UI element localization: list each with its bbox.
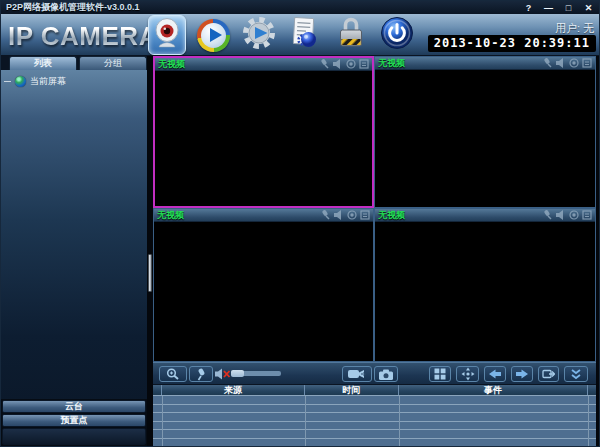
mic-icon[interactable]	[544, 58, 553, 68]
ptz-button[interactable]: 云台	[2, 400, 146, 413]
video-status-label: 无视频	[158, 58, 185, 71]
play-icon	[197, 19, 230, 52]
device-tree: 当前屏幕	[1, 70, 147, 399]
arrow-right-icon	[515, 369, 529, 379]
video-canvas[interactable]	[375, 222, 595, 361]
file-icon[interactable]	[582, 58, 592, 68]
datetime-display: 2013-10-23 20:39:11	[428, 35, 596, 52]
table-row[interactable]	[153, 439, 596, 447]
tree-expander-icon[interactable]	[4, 81, 11, 82]
column-divider	[305, 396, 306, 446]
mic-icon[interactable]	[322, 210, 331, 220]
event-table-body[interactable]	[153, 396, 596, 446]
main-toolbar	[148, 14, 416, 56]
prev-page-button[interactable]	[484, 366, 506, 382]
digital-zoom-button[interactable]	[159, 366, 187, 382]
app-window: P2P网络摄像机管理软件-v3.0.0.1 ? — □ ✕ IP CAMERA	[0, 0, 600, 447]
event-table: 来源 时间 事件	[153, 384, 596, 446]
playback-button[interactable]	[194, 15, 232, 55]
column-header-time[interactable]: 时间	[305, 385, 399, 395]
event-table-header: 来源 时间 事件	[153, 385, 596, 396]
gear-icon	[242, 16, 276, 54]
user-label: 用户: 无	[555, 21, 594, 36]
speaker-muted-icon	[215, 368, 231, 380]
record-icon[interactable]	[347, 210, 357, 220]
fullscreen-switch-button[interactable]	[538, 366, 559, 382]
tree-item-current-screen[interactable]: 当前屏幕	[4, 75, 144, 88]
panel-icons	[322, 210, 370, 220]
video-canvas[interactable]	[154, 222, 373, 361]
main-area: 无视频 无视频	[153, 56, 599, 446]
splitter-handle-icon[interactable]	[148, 254, 152, 292]
panel-icons	[321, 59, 369, 69]
video-panel[interactable]: 无视频	[374, 56, 596, 208]
video-panel-header: 无视频	[375, 57, 595, 70]
pan-icon	[461, 367, 475, 381]
video-panel[interactable]: 无视频	[153, 208, 374, 362]
table-row[interactable]	[153, 422, 596, 431]
pan-control-button[interactable]	[456, 366, 479, 382]
grid-icon	[434, 368, 446, 380]
file-icon[interactable]	[359, 59, 369, 69]
speaker-icon[interactable]	[333, 59, 343, 69]
sidebar-empty-bar	[2, 428, 146, 445]
header: IP CAMERA	[1, 14, 599, 56]
tab-group[interactable]: 分组	[79, 56, 147, 70]
tab-list[interactable]: 列表	[9, 56, 77, 70]
file-icon[interactable]	[360, 210, 370, 220]
video-canvas[interactable]	[375, 70, 595, 207]
grid-layout-button[interactable]	[429, 366, 451, 382]
table-row[interactable]	[153, 396, 596, 405]
table-row[interactable]	[153, 430, 596, 439]
speaker-icon[interactable]	[556, 210, 566, 220]
column-header-source[interactable]: 来源	[162, 385, 305, 395]
live-view-button[interactable]	[148, 15, 186, 55]
lock-button[interactable]	[332, 15, 370, 55]
video-panel-header: 无视频	[375, 209, 595, 222]
column-header-end	[588, 385, 596, 395]
audio-mute-indicator[interactable]	[215, 368, 231, 380]
preset-button[interactable]: 预置点	[2, 414, 146, 427]
control-bar	[153, 362, 596, 384]
file-icon[interactable]	[582, 210, 592, 220]
column-header-event[interactable]: 事件	[399, 385, 588, 395]
next-page-button[interactable]	[511, 366, 533, 382]
speaker-icon[interactable]	[334, 210, 344, 220]
volume-slider[interactable]	[231, 371, 281, 376]
sidebar-splitter[interactable]	[147, 56, 153, 446]
minimize-button[interactable]: —	[543, 3, 554, 13]
help-button[interactable]: ?	[523, 3, 534, 13]
record-icon[interactable]	[569, 210, 579, 220]
mic-icon[interactable]	[544, 210, 553, 220]
panel-icons	[544, 58, 592, 68]
chevron-double-down-icon	[569, 369, 583, 380]
video-status-label: 无视频	[378, 57, 405, 70]
record-icon[interactable]	[569, 58, 579, 68]
table-row[interactable]	[153, 405, 596, 414]
table-row[interactable]	[153, 413, 596, 422]
sidebar: 列表 分组 当前屏幕 云台 预置点	[1, 56, 147, 446]
volume-slider-handle[interactable]	[231, 370, 244, 377]
video-panel[interactable]: 无视频	[374, 208, 596, 362]
expand-events-button[interactable]	[564, 366, 588, 382]
magnifier-icon	[165, 368, 181, 380]
webcam-icon	[154, 18, 180, 52]
video-canvas[interactable]	[155, 71, 372, 206]
sidebar-bottom-buttons: 云台 预置点	[1, 399, 147, 446]
globe-icon	[15, 76, 26, 87]
camcorder-icon	[347, 368, 367, 380]
record-video-button[interactable]	[342, 366, 372, 382]
close-button[interactable]: ✕	[583, 3, 594, 13]
video-panel-header: 无视频	[155, 58, 372, 71]
video-panel[interactable]: 无视频	[153, 56, 374, 208]
power-button[interactable]	[378, 15, 416, 55]
maximize-button[interactable]: □	[563, 3, 574, 13]
talk-button[interactable]	[189, 366, 213, 382]
record-icon[interactable]	[346, 59, 356, 69]
snapshot-button[interactable]	[374, 366, 398, 382]
speaker-icon[interactable]	[556, 58, 566, 68]
settings-button[interactable]	[240, 15, 278, 55]
log-button[interactable]	[286, 15, 324, 55]
video-status-label: 无视频	[157, 209, 184, 222]
mic-icon[interactable]	[321, 59, 330, 69]
